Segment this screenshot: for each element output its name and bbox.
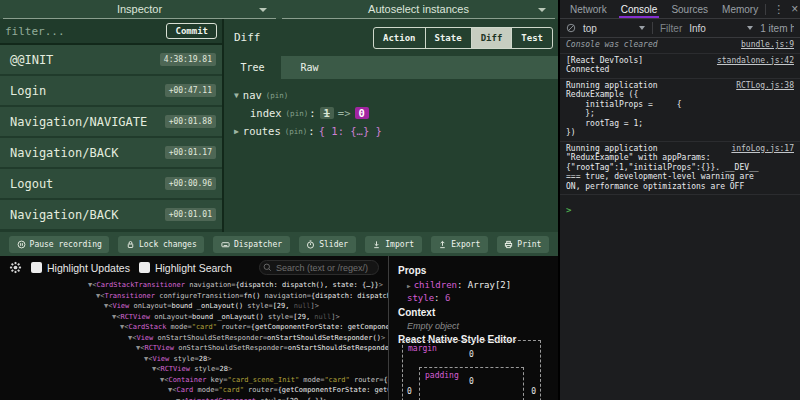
preview-tab-state[interactable]: State — [425, 28, 471, 48]
log-level-label: Info — [689, 23, 706, 34]
action-timestamp: +00:01.88 — [165, 115, 216, 128]
toolbar-button-lock-changes[interactable]: Lock changes — [118, 236, 204, 253]
context-selector[interactable]: top — [583, 23, 645, 34]
console-source-link[interactable]: standalone.js:42 — [717, 56, 794, 66]
tree-node[interactable]: ▼<AnimatedComponent style=[29, {…}]> — [0, 396, 388, 400]
padding-top-value[interactable]: 0 — [420, 377, 523, 386]
colon: : — [308, 125, 314, 137]
tree-node[interactable]: ▼<View onLayout=bound _onLayout() style=… — [0, 301, 388, 312]
toolbar-button-print[interactable]: Print — [497, 236, 549, 253]
tree-token: "card" — [219, 386, 244, 394]
action-inspector: Commit @@INIT4:38:19.81Login+00:47.11Nav… — [0, 19, 224, 232]
highlight-updates-checkbox[interactable] — [31, 262, 42, 273]
tree-token: bound _onLayout() — [171, 302, 243, 310]
toolbar-button-label: Pause recording — [30, 240, 102, 249]
tree-node[interactable]: ▼<CardStackTransitioner navigation={disp… — [0, 280, 388, 291]
gear-icon[interactable] — [9, 261, 22, 274]
console-source-link[interactable]: infoLog.js:17 — [731, 144, 794, 154]
tree-node[interactable]: ▼<RCTView onStartShouldSetResponder=onSt… — [0, 343, 388, 354]
action-list-item[interactable]: Navigation/NAVIGATE+00:01.88 — [0, 107, 222, 136]
tree-node[interactable]: ▼<Transitioner configureTransition=fn() … — [0, 291, 388, 302]
action-name: Navigation/BACK — [10, 208, 118, 222]
close-icon[interactable]: × — [789, 2, 800, 16]
tree-node[interactable]: ▼<View onStartShouldSetResponder=onStart… — [0, 333, 388, 344]
inspector-select[interactable]: Inspector — [3, 0, 276, 19]
element-details-pane: Props ▶children: Array[2]style: 6 Contex… — [389, 256, 558, 400]
subtab-tree[interactable]: Tree — [224, 56, 281, 79]
tree-node[interactable]: ▼<Container key="card_scene_Init" mode="… — [0, 375, 388, 386]
subtab-raw[interactable]: Raw — [281, 56, 338, 79]
pause-icon — [17, 240, 26, 249]
toolbar-button-import[interactable]: Import — [365, 236, 422, 253]
react-devtools-panel: Highlight Updates Highlight Search ▼<Car… — [0, 256, 558, 400]
toolbar-button-export[interactable]: Export — [431, 236, 488, 253]
action-list-item[interactable]: @@INIT4:38:19.81 — [0, 45, 222, 74]
action-list-item[interactable]: Navigation/BACK+00:01.01 — [0, 200, 222, 229]
console-filter-input[interactable]: Filter — [660, 23, 682, 34]
tree-token: AnimatedComponent — [184, 397, 256, 400]
highlight-updates-option[interactable]: Highlight Updates — [31, 262, 130, 274]
toolbar-button-label: Lock changes — [139, 240, 197, 249]
action-list-item[interactable]: Navigation/BACK+00:01.17 — [0, 138, 222, 167]
tree-token: Transitioner — [104, 292, 155, 300]
element-search-input[interactable] — [259, 260, 379, 275]
toolbar-button-pause-recording[interactable]: Pause recording — [9, 236, 109, 253]
devtools-tab-sources[interactable]: Sources — [664, 0, 715, 18]
tree-node[interactable]: ▼<CardStack mode="card" router={getCompo… — [0, 322, 388, 333]
toolbar-button-slider[interactable]: Slider — [299, 236, 356, 253]
action-list-item[interactable]: Login+00:47.11 — [0, 76, 222, 105]
action-timestamp: +00:01.01 — [165, 208, 216, 221]
highlight-search-label: Highlight Search — [155, 262, 232, 274]
action-preview: Diff ActionStateDiffTest TreeRaw ▼ nav (… — [224, 19, 558, 232]
tree-token: style — [190, 365, 215, 373]
commit-button[interactable]: Commit — [166, 23, 217, 39]
console-source-link[interactable]: bundle.js:9 — [741, 40, 794, 50]
console-message: bundle.js:9Console was cleared — [560, 38, 800, 54]
box-model-margin: margin 0 0 0 padding 0 — [402, 340, 541, 400]
log-level-selector[interactable]: Info — [689, 23, 753, 34]
props-row[interactable]: style: 6 — [398, 292, 558, 304]
margin-right-value[interactable]: 0 — [531, 387, 536, 396]
props-row[interactable]: ▶children: Array[2] — [398, 279, 558, 292]
highlight-search-checkbox[interactable] — [139, 262, 150, 273]
expand-arrow-icon[interactable]: ▶ — [234, 127, 239, 136]
tree-token: null — [294, 302, 311, 310]
more-options-icon[interactable]: ⋮ — [768, 3, 789, 16]
tree-token: style — [169, 355, 194, 363]
autoselect-instances-select[interactable]: Autoselect instances — [282, 0, 555, 19]
diff-node-index[interactable]: index (pin) : 1 => 0 — [234, 107, 558, 119]
devtools-tab-console[interactable]: Console — [614, 0, 665, 18]
devtools-tab-network[interactable]: Network — [563, 0, 614, 18]
diff-node-nav[interactable]: ▼ nav (pin) — [234, 89, 558, 101]
chevron-down-icon — [747, 26, 753, 30]
highlight-search-option[interactable]: Highlight Search — [139, 262, 232, 274]
console-source-link[interactable]: RCTLog.js:38 — [736, 81, 794, 91]
prop-colon: : — [457, 280, 468, 290]
tree-node[interactable]: ▼<View style=28> — [0, 354, 388, 365]
clear-console-icon[interactable] — [566, 23, 576, 33]
margin-left-value[interactable]: 0 — [407, 387, 412, 396]
expand-arrow-icon[interactable]: ▶ — [407, 282, 411, 289]
tree-token: bound _onLayout() — [192, 313, 264, 321]
preview-tab-test[interactable]: Test — [511, 28, 552, 48]
margin-top-value[interactable]: 0 — [403, 350, 540, 359]
tree-node[interactable]: ▼<RCTView style=28> — [0, 364, 388, 375]
action-filter-input[interactable] — [5, 25, 162, 38]
diff-node-routes[interactable]: ▶ routes (pin) : { 1: {…} } — [234, 125, 558, 137]
toolbar-button-label: Import — [385, 240, 414, 249]
console-prompt-row[interactable]: > — [560, 195, 800, 221]
prop-colon: : — [434, 293, 445, 303]
tree-token: configureTransition — [155, 292, 239, 300]
collapse-arrow-icon[interactable]: ▼ — [234, 91, 239, 100]
toolbar-button-label: Dispatcher — [234, 240, 282, 249]
action-list-item[interactable]: Logout+00:00.96 — [0, 169, 222, 198]
box-model-padding: padding 0 — [419, 367, 524, 400]
toolbar-button-dispatcher[interactable]: Dispatcher — [213, 236, 289, 253]
preview-tab-diff[interactable]: Diff — [471, 28, 512, 48]
tree-token: mode — [193, 386, 214, 394]
devtools-tab-memory[interactable]: Memory — [715, 0, 765, 18]
diff-key: routes — [243, 125, 281, 137]
tree-node[interactable]: ▼<Card mode="card" router={getComponentF… — [0, 385, 388, 396]
preview-tab-action[interactable]: Action — [374, 28, 425, 48]
tree-node[interactable]: ▼<RCTView onLayout=bound _onLayout() sty… — [0, 312, 388, 323]
